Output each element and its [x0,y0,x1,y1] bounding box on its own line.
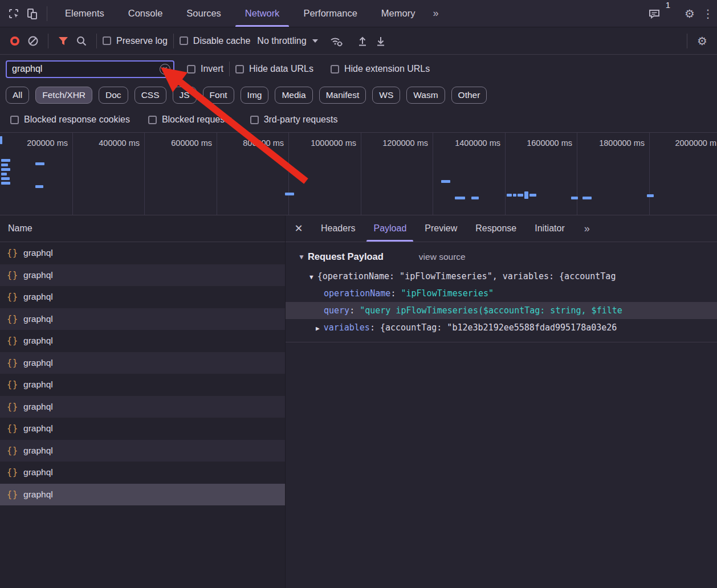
preserve-log-checkbox[interactable]: Preserve log [103,36,168,46]
timeline-request-bar [471,197,479,199]
request-row[interactable]: {}graphql [0,440,285,462]
json-request-icon: {} [7,379,18,390]
clear-network-log-icon[interactable] [24,32,42,50]
export-har-icon[interactable] [372,32,390,50]
resource-type-filters: All Fetch/XHR Doc CSS JS Font Img Media … [0,83,717,107]
preserve-log-label: Preserve log [116,36,168,46]
tab-elements[interactable]: Elements [53,0,116,27]
name-column-header[interactable]: Name [0,215,285,242]
tab-performance[interactable]: Performance [291,0,369,27]
collapse-arrow-icon[interactable]: ▼ [309,273,313,281]
record-network-log-icon[interactable] [6,32,24,50]
json-request-icon: {} [7,358,18,368]
network-main-split: Name {}graphql{}graphql{}graphql{}graphq… [0,215,717,588]
devtools-tabbar: Elements Console Sources Network Perform… [0,0,717,27]
filter-pill-fetch-xhr[interactable]: Fetch/XHR [35,87,92,104]
request-row[interactable]: {}graphql [0,242,285,264]
disable-cache-checkbox[interactable]: Disable cache [180,36,251,46]
network-conditions-icon[interactable] [327,32,345,50]
payload-value: {accountTag: "b12e3b2192ee5588fdad995178… [380,322,617,333]
payload-key: variables [324,322,370,333]
filter-pill-css[interactable]: CSS [135,87,166,104]
detail-tabbar: ✕ Headers Payload Preview Response Initi… [286,215,717,242]
blocked-requests-label: Blocked requests [162,115,232,125]
payload-row-operation-name[interactable]: operationName: "ipFlowTimeseries" [286,285,717,302]
request-name: graphql [23,379,53,390]
tab-console[interactable]: Console [116,0,175,27]
timeline-overview[interactable]: 200000 ms400000 ms600000 ms800000 ms1000… [0,132,717,215]
third-party-requests-checkbox[interactable]: 3rd-party requests [250,115,338,125]
blocked-requests-checkbox[interactable]: Blocked requests [148,115,232,125]
search-icon[interactable] [72,32,91,50]
settings-gear-icon[interactable]: ⚙ [681,5,699,23]
timeline-request-bar [513,194,516,197]
clear-filter-icon[interactable]: ✕ [160,64,170,75]
timeline-request-bar [524,191,528,199]
close-details-icon[interactable]: ✕ [286,215,312,242]
hide-data-urls-label: Hide data URLs [249,64,313,74]
json-request-icon: {} [7,292,18,302]
filter-pill-font[interactable]: Font [203,87,234,104]
tab-sources[interactable]: Sources [174,0,233,27]
network-settings-gear-icon[interactable]: ⚙ [693,32,711,50]
request-row[interactable]: {}graphql [0,264,285,287]
filter-pill-manifest[interactable]: Manifest [319,87,366,104]
payload-row-query[interactable]: query: "query ipFlowTimeseries($accountT… [286,302,717,319]
hide-data-urls-checkbox[interactable]: Hide data URLs [235,64,313,74]
hide-extension-urls-checkbox[interactable]: Hide extension URLs [331,64,430,74]
filter-pill-wasm[interactable]: Wasm [406,87,445,104]
blocked-response-cookies-checkbox[interactable]: Blocked response cookies [10,115,130,125]
request-name: graphql [23,292,53,302]
filter-input[interactable] [6,60,174,78]
filter-pill-ws[interactable]: WS [372,87,400,104]
tab-memory[interactable]: Memory [369,0,427,27]
more-detail-tabs-icon[interactable]: » [579,223,594,235]
request-row[interactable]: {}graphql [0,330,285,352]
kebab-menu-icon[interactable]: ⋮ [699,5,717,23]
filter-pill-js[interactable]: JS [173,87,197,104]
request-row[interactable]: {}graphql [0,352,285,374]
timeline-request-bar [1,182,10,185]
invert-checkbox[interactable]: Invert [187,64,223,74]
device-toolbar-icon[interactable] [23,5,41,23]
throttling-select[interactable]: No throttling [250,36,327,46]
filter-pill-doc[interactable]: Doc [99,87,128,104]
more-tabs-icon[interactable]: » [427,7,443,19]
tab-network[interactable]: Network [233,0,292,27]
request-row[interactable]: {}graphql [0,396,285,418]
timeline-request-bar [529,194,536,197]
tab-payload[interactable]: Payload [364,215,415,242]
tab-preview[interactable]: Preview [415,215,466,242]
request-row[interactable]: {}graphql [0,286,285,308]
request-name: graphql [23,467,53,477]
request-row[interactable]: {}graphql [0,484,285,506]
timeline-time-label: 2000000 m [647,138,716,148]
view-source-link[interactable]: view source [419,252,466,262]
tab-headers[interactable]: Headers [312,215,364,242]
filter-funnel-icon[interactable] [54,32,72,50]
filter-pill-img[interactable]: Img [241,87,269,104]
request-row[interactable]: {}graphql [0,418,285,440]
section-collapse-icon[interactable]: ▼ [298,253,305,261]
tab-response[interactable]: Response [466,215,525,242]
expand-arrow-icon[interactable]: ▶ [316,325,320,332]
payload-root-row[interactable]: ▼{operationName: "ipFlowTimeseries", var… [286,268,717,285]
import-har-icon[interactable] [353,32,372,50]
timeline-time-label: 1000000 ms [287,138,356,148]
toolbar-divider [48,34,48,48]
console-drawer-icon[interactable] [645,5,663,23]
request-row[interactable]: {}graphql [0,374,285,396]
json-request-icon: {} [7,248,18,258]
timeline-request-bar [285,193,294,195]
filter-pill-other[interactable]: Other [451,87,487,104]
filter-pill-all[interactable]: All [6,87,29,104]
request-row[interactable]: {}graphql [0,308,285,330]
request-row[interactable]: {}graphql [0,462,285,484]
checkbox-box [187,65,195,74]
payload-row-variables[interactable]: ▶variables: {accountTag: "b12e3b2192ee55… [286,319,717,336]
invert-label: Invert [201,64,223,74]
inspect-element-icon[interactable] [5,5,23,23]
tab-initiator[interactable]: Initiator [525,215,573,242]
timeline-request-bar [1,177,10,180]
filter-pill-media[interactable]: Media [275,87,312,104]
